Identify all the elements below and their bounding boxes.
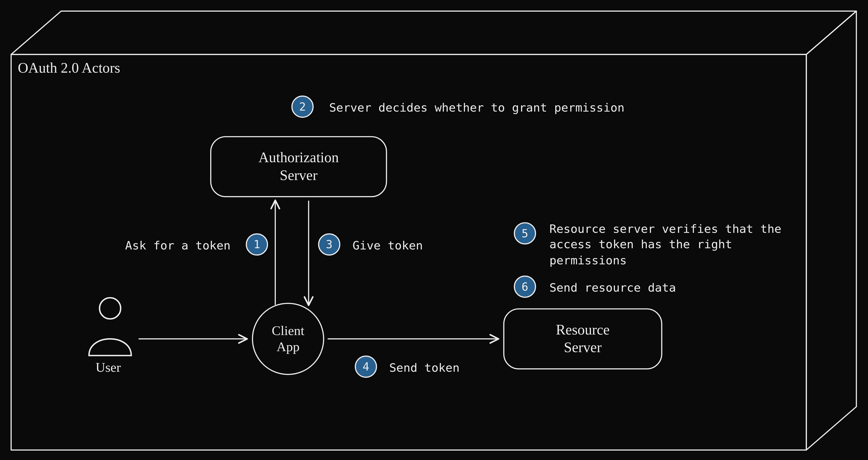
resource-label-line2: Server bbox=[564, 339, 602, 357]
node-authorization-server: Authorization Server bbox=[210, 136, 387, 197]
client-label-line2: App bbox=[277, 339, 300, 355]
step-label-3: Give token bbox=[352, 239, 423, 252]
node-client-app: Client App bbox=[252, 303, 324, 375]
step-label-6: Send resource data bbox=[549, 281, 676, 295]
user-label: User bbox=[96, 360, 121, 375]
step-badge-1: 1 bbox=[246, 233, 268, 256]
auth-server-label-line1: Authorization bbox=[258, 149, 339, 167]
step-badge-6: 6 bbox=[514, 275, 536, 298]
step-label-2: Server decides whether to grant permissi… bbox=[329, 101, 624, 114]
resource-label-line1: Resource bbox=[556, 321, 610, 339]
step-badge-3: 3 bbox=[318, 233, 340, 256]
step-label-4: Send token bbox=[389, 361, 460, 374]
step-badge-5: 5 bbox=[514, 222, 536, 244]
step-badge-2: 2 bbox=[291, 96, 314, 118]
step-badge-4: 4 bbox=[355, 356, 377, 378]
step-label-1: Ask for a token bbox=[125, 239, 230, 252]
step-label-5: Resource server verifies that the access… bbox=[549, 221, 788, 268]
client-label-line1: Client bbox=[272, 323, 304, 339]
node-resource-server: Resource Server bbox=[503, 308, 662, 369]
auth-server-label-line2: Server bbox=[280, 167, 317, 185]
diagram-title: OAuth 2.0 Actors bbox=[18, 60, 120, 77]
